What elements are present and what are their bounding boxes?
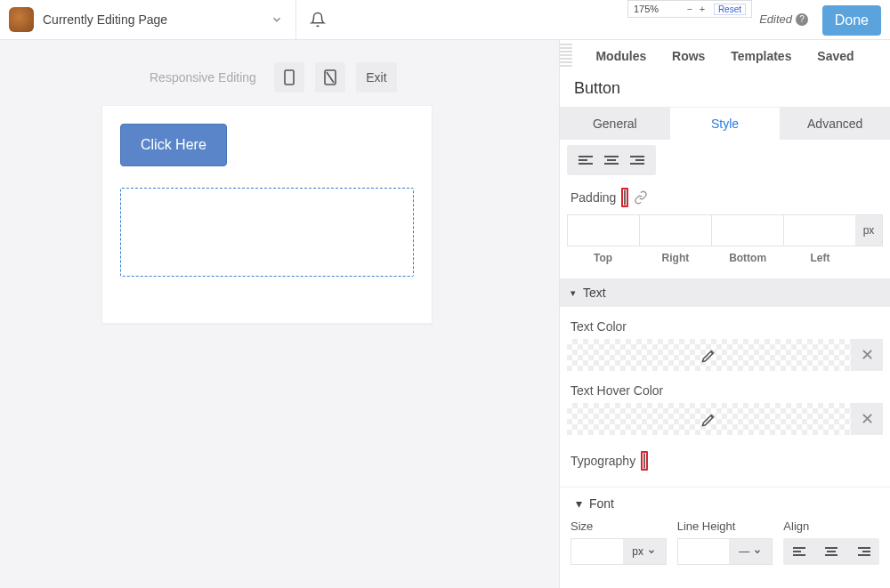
size-label: Size [570,520,667,533]
page-title[interactable]: Currently Editing Page [43,12,167,27]
subtab-style[interactable]: Style [670,108,781,140]
padding-right-input[interactable] [640,215,712,246]
align-left-icon[interactable] [574,150,596,170]
text-align-right-icon[interactable] [848,538,879,565]
editor-stage[interactable]: Click Here [101,105,433,324]
chevron-down-icon[interactable] [271,13,283,26]
bell-icon[interactable] [302,12,334,28]
exit-button[interactable]: Exit [356,62,397,93]
padding-bottom-label: Bottom [712,252,784,264]
typography-device-toggle[interactable] [641,451,648,471]
device-phone-button[interactable] [274,62,304,93]
tab-modules[interactable]: Modules [595,49,646,63]
section-font[interactable]: ▾ Font [560,487,890,520]
text-hover-color-picker[interactable] [567,403,851,435]
padding-inputs: px [567,214,883,246]
text-align-center-icon[interactable] [816,538,847,565]
section-text-label: Text [583,286,606,300]
zoom-reset-button[interactable]: Reset [714,4,746,15]
padding-left-label: Left [784,252,856,264]
padding-device-toggle[interactable] [621,188,628,207]
chevron-down-icon: ▾ [570,287,576,299]
help-icon[interactable]: ? [796,13,808,26]
padding-right-label: Right [639,252,711,264]
line-height-input[interactable] [678,539,730,564]
tab-saved[interactable]: Saved [817,49,854,63]
align-group [567,145,656,175]
align-label: Align [783,520,879,533]
padding-left-input[interactable] [784,215,855,246]
zoom-out-button[interactable]: − [684,4,696,14]
subtab-general[interactable]: General [560,108,670,140]
padding-bottom-input[interactable] [712,215,784,246]
padding-top-input[interactable] [568,215,640,246]
zoom-in-button[interactable]: + [696,4,708,14]
edited-status: Edited ? [759,12,808,26]
done-button[interactable]: Done [822,5,881,36]
typography-label: Typography [570,454,635,468]
tab-templates[interactable]: Templates [731,49,791,63]
cta-button[interactable]: Click Here [120,124,227,166]
settings-panel: Modules Rows Templates Saved Button Gene… [559,40,890,588]
text-hover-color-label: Text Hover Color [560,371,890,403]
link-values-icon[interactable] [634,190,648,205]
size-input[interactable] [571,539,623,564]
zoom-control[interactable]: 175% − + Reset [627,0,752,18]
size-unit-select[interactable]: px [623,539,666,564]
tab-rows[interactable]: Rows [672,49,705,63]
module-title: Button [560,72,890,107]
device-tablet-button[interactable] [315,62,345,93]
text-hover-color-clear[interactable]: ✕ [851,403,883,435]
drag-grip-icon[interactable] [560,44,572,68]
chevron-down-icon: ▾ [576,496,582,511]
section-text[interactable]: ▾ Text [560,278,890,307]
svg-rect-0 [285,70,294,85]
edited-label: Edited [759,12,792,26]
text-align-left-icon[interactable] [783,538,814,565]
drop-zone[interactable] [120,188,414,277]
divider [295,0,296,40]
text-color-picker[interactable] [567,339,851,371]
padding-unit[interactable]: px [855,215,882,246]
responsive-editing-label: Responsive Editing [150,70,256,85]
section-font-label: Font [589,496,614,511]
zoom-value: 175% [634,4,684,14]
text-color-clear[interactable]: ✕ [851,339,883,371]
padding-label: Padding [570,190,616,205]
beaver-logo [9,7,34,32]
subtab-advanced[interactable]: Advanced [780,108,890,140]
svg-line-2 [327,72,334,83]
text-color-label: Text Color [560,307,890,339]
line-height-unit-select[interactable]: — [729,539,772,564]
align-center-icon[interactable] [600,150,622,170]
align-right-icon[interactable] [627,150,649,170]
line-height-label: Line Height [677,520,773,533]
padding-top-label: Top [567,252,639,264]
